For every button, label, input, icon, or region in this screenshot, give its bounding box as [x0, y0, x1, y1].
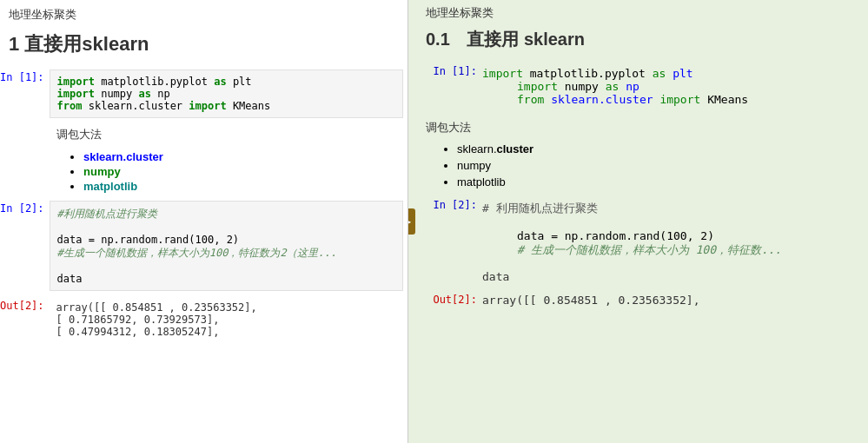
right-list-item-matplotlib: matplotlib	[457, 174, 851, 190]
list-item-matplotlib: matplotlib	[83, 179, 399, 194]
in-text: In [	[433, 65, 458, 77]
right-data-label-spacer	[417, 268, 482, 270]
right-data-label-container: data	[408, 265, 868, 288]
in2-num: 2	[458, 199, 464, 211]
right-tiaobao-text: 调包大法	[408, 113, 868, 139]
cell-in2: In [2]: #利用随机点进行聚类 data = np.random.rand…	[0, 197, 407, 294]
left-list: sklearn.cluster numpy matplotlib	[0, 146, 407, 197]
right-cell-in2-code: # 利用随机点进行聚类 data = np.random.rand(100, 2…	[482, 197, 859, 261]
right-cell-in2: In [2]: # 利用随机点进行聚类 data = np.random.ran…	[408, 194, 868, 265]
left-section-heading: 1 直接用sklearn	[0, 26, 407, 66]
right-heading-num: 0.1	[426, 30, 450, 49]
left-tiaobao-text: 调包大法	[0, 122, 407, 146]
right-heading-text: 直接用 sklearn	[467, 30, 585, 49]
right-list-item-cluster: sklearn.cluster	[457, 141, 851, 157]
right-title: 地理坐标聚类	[408, 0, 868, 24]
right-list: sklearn.cluster numpy matplotlib	[408, 139, 868, 194]
cell-out2-output: array([[ 0.854851 , 0.23563352], [ 0.718…	[50, 298, 403, 341]
right-cell-out2-label: Out[2]:	[417, 292, 482, 306]
out2-bracket: ]:	[465, 294, 477, 306]
in-num: 1	[458, 65, 464, 77]
cell-in1: In [1]: import matplotlib.pyplot as plt …	[0, 66, 407, 122]
list-item-cluster: sklearn.cluster	[83, 149, 399, 164]
right-cell-in1-label: In [1]:	[417, 63, 482, 77]
right-section-heading: 0.1 直接用 sklearn	[408, 24, 868, 60]
left-title: 地理坐标聚类	[0, 0, 407, 26]
left-panel: 地理坐标聚类 1 直接用sklearn In [1]: import matpl…	[0, 0, 408, 443]
cell-out2: Out[2]: array([[ 0.854851 , 0.23563352],…	[0, 294, 407, 345]
in2-text: In [	[433, 199, 458, 211]
cell-in1-code: import matplotlib.pyplot as plt import n…	[50, 69, 403, 118]
right-cell-out2-output: array([[ 0.854851 , 0.23563352],	[482, 292, 859, 308]
right-cell-in2-label: In [2]:	[417, 197, 482, 211]
cell-in2-label: In [2]:	[0, 201, 50, 215]
out2-text: Out[	[433, 294, 458, 306]
right-data-label: data	[482, 268, 859, 285]
right-cell-in1-code: import matplotlib.pyplot as plt import n…	[482, 63, 859, 109]
cell-out2-label: Out[2]:	[0, 298, 50, 312]
collapse-arrow[interactable]: ▶	[408, 208, 415, 235]
right-list-item-numpy: numpy	[457, 157, 851, 174]
right-cell-in1: In [1]: import matplotlib.pyplot as plt …	[408, 60, 868, 113]
right-cell-out2: Out[2]: array([[ 0.854851 , 0.23563352],	[408, 288, 868, 312]
cell-in2-code: #利用随机点进行聚类 data = np.random.rand(100, 2)…	[50, 201, 403, 291]
cell-in1-label: In [1]:	[0, 69, 50, 83]
out2-num: 2	[458, 294, 464, 306]
in-bracket: ]:	[465, 65, 477, 77]
list-item-numpy: numpy	[83, 164, 399, 179]
in2-bracket: ]:	[465, 199, 477, 211]
right-panel: ▶ 地理坐标聚类 0.1 直接用 sklearn In [1]: import …	[408, 0, 868, 443]
